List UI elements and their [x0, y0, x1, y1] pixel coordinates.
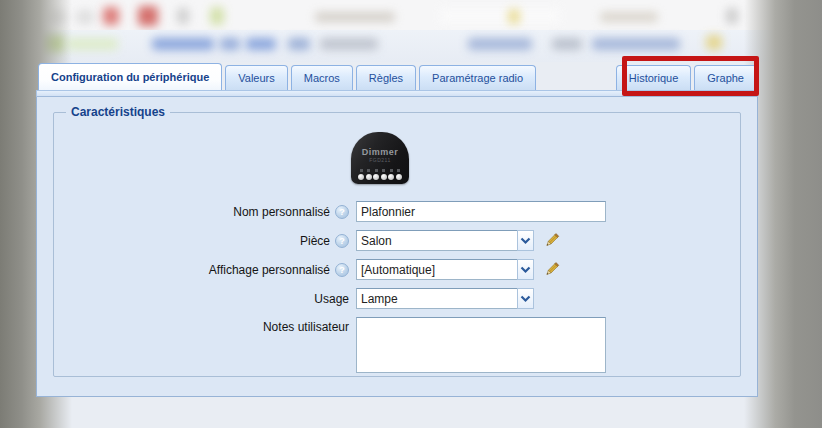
pencil-icon [543, 232, 560, 249]
blurred-browser-chrome [0, 0, 822, 62]
label-cell: Notes utilisateur [64, 317, 356, 334]
blur-blob [592, 38, 680, 50]
fieldset-legend: Caractéristiques [66, 105, 170, 119]
blur-blob [320, 38, 378, 50]
combo-trigger-button[interactable] [517, 230, 534, 251]
row-piece: Pièce ? [64, 230, 730, 251]
tab-historique[interactable]: Historique [616, 65, 692, 90]
edit-room-button[interactable] [543, 232, 560, 249]
tab-regles[interactable]: Règles [356, 65, 416, 90]
combo-trigger-button[interactable] [517, 288, 534, 309]
device-title: Dimmer [351, 132, 409, 157]
tab-bar-right: Historique Graphe [616, 65, 757, 90]
label-cell: Affichage personnalisé ? [64, 263, 356, 277]
custom-name-input[interactable] [356, 201, 606, 222]
label-cell: Nom personnalisé ? [64, 205, 356, 219]
tab-bar: Configuration du périphérique Valeurs Ma… [36, 62, 758, 90]
help-icon[interactable]: ? [335, 205, 349, 219]
edit-display-button[interactable] [543, 261, 560, 278]
display-combo-input[interactable] [356, 259, 517, 280]
chevron-down-icon [520, 295, 531, 303]
blur-blob [138, 6, 158, 26]
tab-valeurs[interactable]: Valeurs [225, 65, 287, 90]
blur-blob [40, 35, 64, 52]
field-label: Usage [314, 292, 349, 306]
tab-strip-underbar [36, 90, 758, 97]
dimmer-module-image: Dimmer FGD211 [351, 132, 409, 184]
usage-combo-input[interactable] [356, 288, 517, 309]
field-label: Pièce [300, 234, 330, 248]
blur-blob [288, 38, 310, 50]
blur-blob [706, 35, 722, 50]
blur-blob [66, 38, 118, 50]
caracteristiques-fieldset: Caractéristiques Dimmer FGD211 Nom perso… [53, 105, 741, 377]
row-affichage-personnalise: Affichage personnalisé ? [64, 259, 730, 280]
device-model: FGD211 [351, 157, 409, 163]
label-cell: Pièce ? [64, 234, 356, 248]
combo-trigger-button[interactable] [517, 259, 534, 280]
blur-blob [103, 7, 119, 25]
blur-blob [468, 38, 532, 50]
usage-combobox [356, 288, 534, 309]
field-label: Affichage personnalisé [209, 263, 330, 277]
blur-blob [48, 10, 66, 24]
device-terminal-marks [360, 169, 400, 172]
help-icon[interactable]: ? [335, 263, 349, 277]
blur-blob [177, 8, 189, 24]
blur-blob [152, 38, 214, 50]
blur-blob [726, 8, 738, 24]
blur-blob [600, 12, 658, 22]
blur-blob [440, 8, 560, 24]
blur-blob [220, 38, 240, 50]
row-notes-utilisateur: Notes utilisateur [64, 317, 730, 373]
device-image-wrap: Dimmer FGD211 [64, 132, 730, 184]
room-combo-input[interactable] [356, 230, 517, 251]
blurred-toolbar [0, 0, 822, 30]
tab-configuration-du-peripherique[interactable]: Configuration du périphérique [38, 63, 222, 90]
chevron-down-icon [520, 266, 531, 274]
blur-blob [210, 7, 224, 25]
tab-macros[interactable]: Macros [291, 65, 353, 90]
row-usage: Usage [64, 288, 730, 309]
pencil-icon [543, 261, 560, 278]
tab-graphe[interactable]: Graphe [694, 65, 757, 90]
blur-blob [246, 38, 276, 50]
chevron-down-icon [520, 237, 531, 245]
row-nom-personnalise: Nom personnalisé ? [64, 201, 730, 222]
display-combobox [356, 259, 534, 280]
blur-blob [508, 9, 520, 24]
field-label: Notes utilisateur [263, 320, 349, 334]
blurred-bookmarks-bar [0, 30, 822, 62]
device-terminals [358, 174, 402, 180]
label-cell: Usage [64, 292, 356, 306]
blur-blob [315, 12, 395, 22]
field-label: Nom personnalisé [233, 205, 330, 219]
user-notes-textarea[interactable] [356, 317, 606, 373]
tab-parametrage-radio[interactable]: Paramétrage radio [419, 65, 536, 90]
configuration-panel: Caractéristiques Dimmer FGD211 Nom perso… [36, 97, 758, 397]
help-icon[interactable]: ? [335, 234, 349, 248]
device-configuration-app: Configuration du périphérique Valeurs Ma… [36, 62, 758, 397]
room-combobox [356, 230, 534, 251]
blur-blob [552, 38, 582, 50]
blur-blob [76, 10, 94, 24]
